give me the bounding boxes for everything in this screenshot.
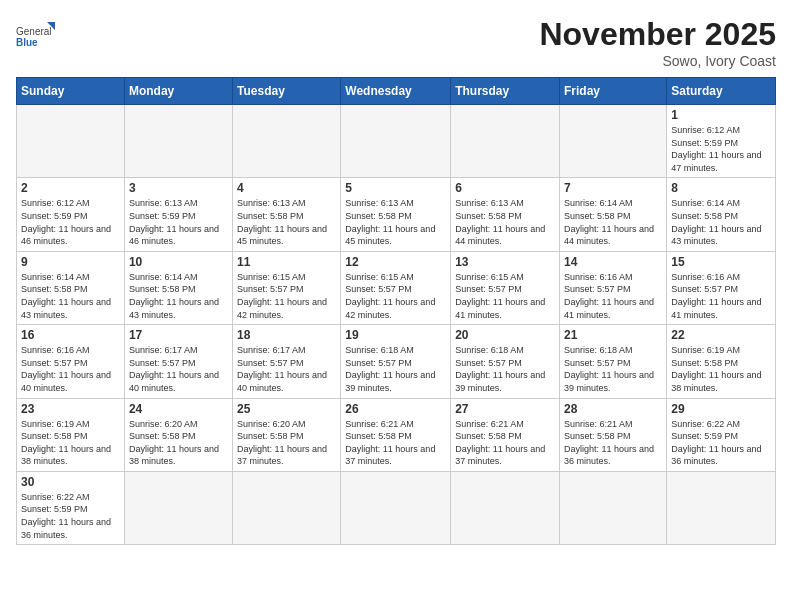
day-info: Sunrise: 6:14 AM Sunset: 5:58 PM Dayligh… [129,271,228,321]
day-cell: 5Sunrise: 6:13 AM Sunset: 5:58 PM Daylig… [341,178,451,251]
day-cell: 16Sunrise: 6:16 AM Sunset: 5:57 PM Dayli… [17,325,125,398]
day-cell: 12Sunrise: 6:15 AM Sunset: 5:57 PM Dayli… [341,251,451,324]
day-cell: 20Sunrise: 6:18 AM Sunset: 5:57 PM Dayli… [451,325,560,398]
day-cell: 25Sunrise: 6:20 AM Sunset: 5:58 PM Dayli… [233,398,341,471]
day-info: Sunrise: 6:20 AM Sunset: 5:58 PM Dayligh… [129,418,228,468]
day-number: 4 [237,181,336,195]
day-number: 20 [455,328,555,342]
header-monday: Monday [124,78,232,105]
week-row-4: 16Sunrise: 6:16 AM Sunset: 5:57 PM Dayli… [17,325,776,398]
day-cell [451,471,560,544]
day-number: 6 [455,181,555,195]
day-number: 12 [345,255,446,269]
day-number: 15 [671,255,771,269]
day-cell: 3Sunrise: 6:13 AM Sunset: 5:59 PM Daylig… [124,178,232,251]
day-info: Sunrise: 6:19 AM Sunset: 5:58 PM Dayligh… [671,344,771,394]
day-number: 1 [671,108,771,122]
day-cell [233,105,341,178]
day-cell: 21Sunrise: 6:18 AM Sunset: 5:57 PM Dayli… [560,325,667,398]
day-info: Sunrise: 6:14 AM Sunset: 5:58 PM Dayligh… [21,271,120,321]
day-info: Sunrise: 6:15 AM Sunset: 5:57 PM Dayligh… [455,271,555,321]
day-info: Sunrise: 6:16 AM Sunset: 5:57 PM Dayligh… [671,271,771,321]
day-number: 18 [237,328,336,342]
day-info: Sunrise: 6:17 AM Sunset: 5:57 PM Dayligh… [129,344,228,394]
day-cell [124,471,232,544]
logo: General Blue [16,16,56,56]
day-info: Sunrise: 6:18 AM Sunset: 5:57 PM Dayligh… [455,344,555,394]
day-number: 19 [345,328,446,342]
day-number: 22 [671,328,771,342]
day-cell: 4Sunrise: 6:13 AM Sunset: 5:58 PM Daylig… [233,178,341,251]
week-row-5: 23Sunrise: 6:19 AM Sunset: 5:58 PM Dayli… [17,398,776,471]
day-cell: 29Sunrise: 6:22 AM Sunset: 5:59 PM Dayli… [667,398,776,471]
weekday-header-row: SundayMondayTuesdayWednesdayThursdayFrid… [17,78,776,105]
week-row-3: 9Sunrise: 6:14 AM Sunset: 5:58 PM Daylig… [17,251,776,324]
header-thursday: Thursday [451,78,560,105]
day-number: 14 [564,255,662,269]
day-cell: 22Sunrise: 6:19 AM Sunset: 5:58 PM Dayli… [667,325,776,398]
day-info: Sunrise: 6:21 AM Sunset: 5:58 PM Dayligh… [564,418,662,468]
day-cell: 13Sunrise: 6:15 AM Sunset: 5:57 PM Dayli… [451,251,560,324]
day-cell: 8Sunrise: 6:14 AM Sunset: 5:58 PM Daylig… [667,178,776,251]
day-number: 26 [345,402,446,416]
day-cell [124,105,232,178]
day-info: Sunrise: 6:16 AM Sunset: 5:57 PM Dayligh… [564,271,662,321]
day-number: 17 [129,328,228,342]
day-cell [560,471,667,544]
day-number: 7 [564,181,662,195]
week-row-2: 2Sunrise: 6:12 AM Sunset: 5:59 PM Daylig… [17,178,776,251]
day-number: 5 [345,181,446,195]
header-tuesday: Tuesday [233,78,341,105]
day-info: Sunrise: 6:22 AM Sunset: 5:59 PM Dayligh… [671,418,771,468]
day-number: 29 [671,402,771,416]
day-cell [233,471,341,544]
day-number: 27 [455,402,555,416]
day-info: Sunrise: 6:14 AM Sunset: 5:58 PM Dayligh… [671,197,771,247]
day-info: Sunrise: 6:22 AM Sunset: 5:59 PM Dayligh… [21,491,120,541]
day-info: Sunrise: 6:15 AM Sunset: 5:57 PM Dayligh… [237,271,336,321]
day-cell: 6Sunrise: 6:13 AM Sunset: 5:58 PM Daylig… [451,178,560,251]
week-row-6: 30Sunrise: 6:22 AM Sunset: 5:59 PM Dayli… [17,471,776,544]
svg-text:General: General [16,26,52,37]
day-info: Sunrise: 6:18 AM Sunset: 5:57 PM Dayligh… [345,344,446,394]
title-block: November 2025 Sowo, Ivory Coast [539,16,776,69]
day-info: Sunrise: 6:13 AM Sunset: 5:58 PM Dayligh… [345,197,446,247]
day-cell: 15Sunrise: 6:16 AM Sunset: 5:57 PM Dayli… [667,251,776,324]
day-info: Sunrise: 6:16 AM Sunset: 5:57 PM Dayligh… [21,344,120,394]
day-info: Sunrise: 6:19 AM Sunset: 5:58 PM Dayligh… [21,418,120,468]
logo-svg: General Blue [16,16,56,56]
day-info: Sunrise: 6:17 AM Sunset: 5:57 PM Dayligh… [237,344,336,394]
week-row-1: 1Sunrise: 6:12 AM Sunset: 5:59 PM Daylig… [17,105,776,178]
day-cell: 28Sunrise: 6:21 AM Sunset: 5:58 PM Dayli… [560,398,667,471]
day-number: 16 [21,328,120,342]
day-cell: 18Sunrise: 6:17 AM Sunset: 5:57 PM Dayli… [233,325,341,398]
header-wednesday: Wednesday [341,78,451,105]
day-info: Sunrise: 6:12 AM Sunset: 5:59 PM Dayligh… [671,124,771,174]
day-info: Sunrise: 6:13 AM Sunset: 5:58 PM Dayligh… [237,197,336,247]
day-cell: 30Sunrise: 6:22 AM Sunset: 5:59 PM Dayli… [17,471,125,544]
day-cell: 2Sunrise: 6:12 AM Sunset: 5:59 PM Daylig… [17,178,125,251]
svg-text:Blue: Blue [16,37,38,48]
day-number: 2 [21,181,120,195]
day-number: 30 [21,475,120,489]
day-cell: 9Sunrise: 6:14 AM Sunset: 5:58 PM Daylig… [17,251,125,324]
header-saturday: Saturday [667,78,776,105]
day-number: 13 [455,255,555,269]
day-info: Sunrise: 6:12 AM Sunset: 5:59 PM Dayligh… [21,197,120,247]
day-cell: 19Sunrise: 6:18 AM Sunset: 5:57 PM Dayli… [341,325,451,398]
day-number: 9 [21,255,120,269]
day-cell: 17Sunrise: 6:17 AM Sunset: 5:57 PM Dayli… [124,325,232,398]
day-number: 25 [237,402,336,416]
day-number: 8 [671,181,771,195]
day-cell [667,471,776,544]
day-info: Sunrise: 6:13 AM Sunset: 5:58 PM Dayligh… [455,197,555,247]
day-cell: 27Sunrise: 6:21 AM Sunset: 5:58 PM Dayli… [451,398,560,471]
day-cell [341,105,451,178]
day-number: 11 [237,255,336,269]
day-cell: 1Sunrise: 6:12 AM Sunset: 5:59 PM Daylig… [667,105,776,178]
day-cell: 10Sunrise: 6:14 AM Sunset: 5:58 PM Dayli… [124,251,232,324]
month-title: November 2025 [539,16,776,53]
location: Sowo, Ivory Coast [539,53,776,69]
page-header: General Blue November 2025 Sowo, Ivory C… [16,16,776,69]
day-cell: 7Sunrise: 6:14 AM Sunset: 5:58 PM Daylig… [560,178,667,251]
